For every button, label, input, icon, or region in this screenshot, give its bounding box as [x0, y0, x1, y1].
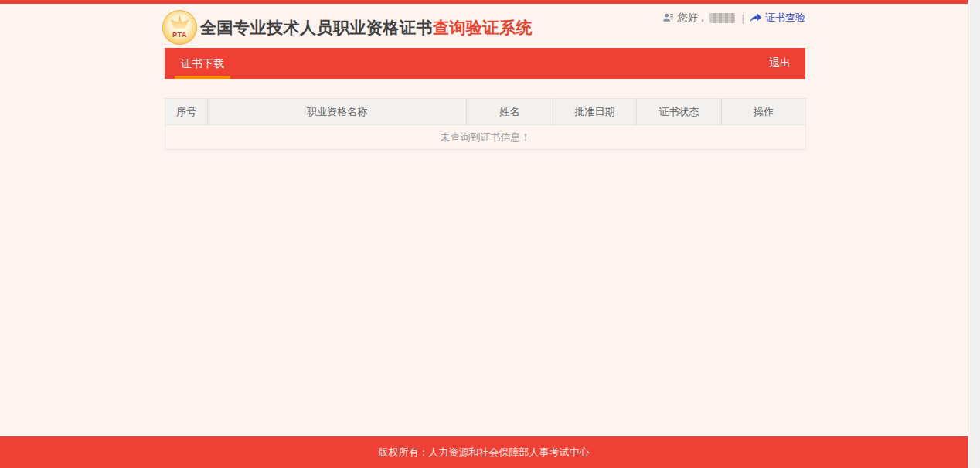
- brand: PTA 全国专业技术人员职业资格证书查询验证系统: [162, 10, 533, 45]
- page: PTA 全国专业技术人员职业资格证书查询验证系统 您好，: [0, 0, 980, 468]
- footer: 版权所有：人力资源和社会保障部人事考试中心: [0, 436, 968, 468]
- tab-label: 证书下载: [181, 57, 224, 70]
- column-header-date: 批准日期: [553, 99, 637, 125]
- logo-text: PTA: [172, 31, 187, 39]
- content-container: PTA 全国专业技术人员职业资格证书查询验证系统 您好，: [165, 4, 805, 150]
- table-header-row: 序号 职业资格名称 姓名 批准日期 证书状态 操作: [165, 99, 806, 125]
- share-arrow-icon: [750, 12, 762, 23]
- column-header-action: 操作: [722, 99, 806, 125]
- user-icon: [662, 12, 674, 24]
- pta-logo-icon: PTA: [162, 10, 197, 45]
- page-title: 全国专业技术人员职业资格证书查询验证系统: [200, 17, 533, 39]
- column-header-name: 职业资格名称: [208, 99, 467, 125]
- column-header-seq: 序号: [165, 99, 208, 125]
- tab-certificate-download[interactable]: 证书下载: [175, 48, 230, 79]
- logout-button[interactable]: 退出: [769, 56, 791, 70]
- header: PTA 全国专业技术人员职业资格证书查询验证系统 您好，: [165, 4, 805, 48]
- verify-link-label: 证书查验: [765, 11, 805, 25]
- copyright-text: 版权所有：人力资源和社会保障部人事考试中心: [379, 446, 590, 458]
- column-header-status: 证书状态: [637, 99, 722, 125]
- certificates-table: 序号 职业资格名称 姓名 批准日期 证书状态 操作 未查询到证书信息！: [165, 98, 806, 150]
- certificate-verify-link[interactable]: 证书查验: [750, 11, 805, 25]
- empty-state-message: 未查询到证书信息！: [165, 125, 806, 150]
- page-title-main: 全国专业技术人员职业资格证书: [200, 19, 433, 36]
- logo-flame-shape: [171, 15, 189, 29]
- divider: |: [742, 12, 744, 24]
- nav-bar: 证书下载 退出: [165, 48, 805, 79]
- scrollbar-track[interactable]: [968, 0, 980, 468]
- empty-state-row: 未查询到证书信息！: [165, 125, 806, 150]
- greeting-text: 您好，: [678, 11, 708, 25]
- user-bar: 您好， | 证书查验: [662, 11, 805, 25]
- user-name-redacted: [709, 13, 735, 23]
- page-title-accent: 查询验证系统: [433, 19, 533, 36]
- column-header-person: 姓名: [467, 99, 553, 125]
